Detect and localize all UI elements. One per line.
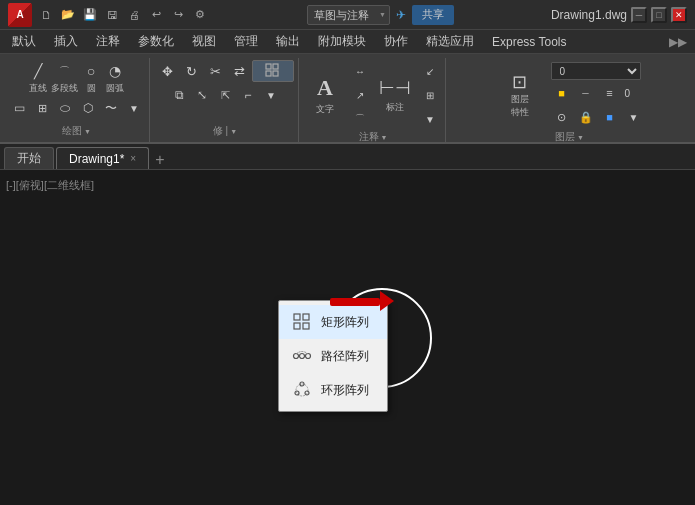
mirror-tool[interactable]: ⇄ — [228, 60, 250, 82]
svg-rect-1 — [273, 64, 278, 69]
draw-label-arrow: ▼ — [84, 128, 91, 135]
settings-icon[interactable]: ⚙ — [190, 5, 210, 25]
layer-color2-button[interactable]: ■ — [599, 106, 621, 128]
drawing-area[interactable]: [-][俯视][二维线框] 矩形阵列 — [0, 170, 695, 505]
menu-item-output[interactable]: 输出 — [268, 32, 308, 52]
share-button[interactable]: 共享 — [412, 5, 454, 25]
ribbon-group-annotation: A 文字 ↔ ↗ ⌒ ⊢⊣ 标注 ↙ ⊞ ▼ 注释 — [301, 58, 446, 142]
layer-freeze-button[interactable]: ⊙ — [551, 106, 573, 128]
text-tool-button[interactable]: A 文字 — [305, 70, 345, 120]
dim-linear-tool[interactable]: ↔ — [349, 60, 371, 82]
menu-item-manage[interactable]: 管理 — [226, 32, 266, 52]
dropdown-item-polar-array[interactable]: 环形阵列 — [279, 373, 387, 407]
hatch-tool[interactable]: ⊞ — [31, 97, 53, 119]
svg-point-8 — [294, 354, 299, 359]
ellipse-tool[interactable]: ⬭ — [54, 97, 76, 119]
line-label: 直线 — [29, 82, 47, 95]
dim-angular-tool[interactable]: ⌒ — [349, 108, 371, 130]
tab-start-label: 开始 — [17, 150, 41, 167]
more-annotation-btn[interactable]: ▼ — [419, 108, 441, 130]
maximize-button[interactable]: □ — [651, 7, 667, 23]
arc-tool-group: ◔ 圆弧 — [104, 60, 126, 95]
draw-group-label[interactable]: 绘图 ▼ — [62, 124, 91, 140]
draw-tools-row1: ╱ 直线 ⌒ 多段线 ○ 圆 ◔ 圆弧 — [27, 60, 126, 95]
dim-aligned-tool[interactable]: ↗ — [349, 84, 371, 106]
array-tool-button[interactable] — [252, 60, 294, 82]
menu-item-annotation[interactable]: 注释 — [88, 32, 128, 52]
menu-item-collaborate[interactable]: 协作 — [376, 32, 416, 52]
print-button[interactable]: 🖨 — [124, 5, 144, 25]
undo-button[interactable]: ↩ — [146, 5, 166, 25]
dimension-tool-button[interactable]: ⊢⊣ 标注 — [375, 70, 415, 120]
text-label: 文字 — [316, 103, 334, 116]
save-button[interactable]: 💾 — [80, 5, 100, 25]
line-tool-group: ╱ 直线 — [27, 60, 49, 95]
rectangle-tool[interactable]: ▭ — [8, 97, 30, 119]
menu-item-default[interactable]: 默认 — [4, 32, 44, 52]
menu-bar: 默认 插入 注释 参数化 视图 管理 输出 附加模块 协作 精选应用 Expre… — [0, 30, 695, 54]
stretch-tool[interactable]: ⇱ — [214, 84, 236, 106]
layer-lock-button[interactable]: 🔒 — [575, 106, 597, 128]
new-tab-button[interactable]: + — [151, 151, 168, 169]
layers-group-label[interactable]: 图层 ▼ — [555, 130, 584, 146]
app-menu-button[interactable]: A — [8, 3, 32, 27]
svg-rect-5 — [303, 314, 309, 320]
tab-close-button[interactable]: × — [130, 153, 136, 164]
layer-linetype-button[interactable]: ─ — [575, 82, 597, 104]
layer-lineweight-button[interactable]: ≡ — [599, 82, 621, 104]
copy-tool[interactable]: ⧉ — [168, 84, 190, 106]
annotation-group-label[interactable]: 注释 ▼ — [359, 130, 388, 146]
new-file-button[interactable]: 🗋 — [36, 5, 56, 25]
more-menu-icon[interactable]: ▶▶ — [665, 35, 691, 49]
minimize-button[interactable]: ─ — [631, 7, 647, 23]
menu-item-featured[interactable]: 精选应用 — [418, 32, 482, 52]
menu-item-view[interactable]: 视图 — [184, 32, 224, 52]
polar-array-label: 环形阵列 — [321, 382, 369, 399]
polyline-tool-button[interactable]: ⌒ — [54, 60, 76, 82]
workspace-dropdown[interactable]: 草图与注释 — [307, 5, 390, 25]
more-annotation-tools: ↙ ⊞ ▼ — [419, 60, 441, 130]
layer-color-button[interactable]: ■ — [551, 82, 573, 104]
spline-tool[interactable]: 〜 — [100, 97, 122, 119]
layer-dropdown[interactable]: 0 — [551, 62, 641, 80]
rotate-tool[interactable]: ↻ — [180, 60, 202, 82]
open-file-button[interactable]: 📂 — [58, 5, 78, 25]
dropdown-item-path-array[interactable]: 路径阵列 — [279, 339, 387, 373]
fillet-tool[interactable]: ⌐ — [237, 84, 259, 106]
leader-tool[interactable]: ↙ — [419, 60, 441, 82]
more-modify-button[interactable]: ▼ — [260, 84, 282, 106]
scale-tool[interactable]: ⤡ — [191, 84, 213, 106]
trim-tool[interactable]: ✂ — [204, 60, 226, 82]
move-tool[interactable]: ✥ — [156, 60, 178, 82]
tab-drawing1[interactable]: Drawing1* × — [56, 147, 149, 169]
menu-item-parametric[interactable]: 参数化 — [130, 32, 182, 52]
redo-button[interactable]: ↪ — [168, 5, 188, 25]
tab-start[interactable]: 开始 — [4, 147, 54, 169]
modify-label-arrow: ▼ — [230, 128, 237, 135]
arc-tool-button[interactable]: ◔ — [104, 60, 126, 82]
menu-item-express-tools[interactable]: Express Tools — [484, 32, 574, 52]
layer-more-button[interactable]: ▼ — [623, 106, 645, 128]
close-button[interactable]: ✕ — [671, 7, 687, 23]
dropdown-item-rectangular-array[interactable]: 矩形阵列 — [279, 305, 387, 339]
dimension-icon: ⊢⊣ — [379, 77, 411, 99]
share-label: 共享 — [422, 7, 444, 22]
polygon-tool[interactable]: ⬡ — [77, 97, 99, 119]
layer-icon: ⊡ — [512, 71, 527, 93]
red-arrow-body — [330, 298, 380, 306]
canvas-view-label: [-][俯视][二维线框] — [6, 178, 94, 193]
workspace-selector[interactable]: 草图与注释 — [307, 5, 390, 25]
save-as-button[interactable]: 🖫 — [102, 5, 122, 25]
draw-tools-row2: ▭ ⊞ ⬭ ⬡ 〜 ▼ — [8, 97, 145, 119]
svg-rect-0 — [266, 64, 271, 69]
more-draw-button[interactable]: ▼ — [123, 97, 145, 119]
circle-tool-button[interactable]: ○ — [80, 60, 102, 82]
line-tool-button[interactable]: ╱ — [27, 60, 49, 82]
svg-rect-3 — [273, 71, 278, 76]
modify-group-label[interactable]: 修 | ▼ — [213, 124, 237, 140]
menu-item-addons[interactable]: 附加模块 — [310, 32, 374, 52]
layer-properties-button[interactable]: ⊡ 图层特性 — [495, 70, 545, 120]
menu-item-insert[interactable]: 插入 — [46, 32, 86, 52]
array-dropdown-menu: 矩形阵列 路径阵列 环形阵列 — [278, 300, 388, 412]
table-tool[interactable]: ⊞ — [419, 84, 441, 106]
